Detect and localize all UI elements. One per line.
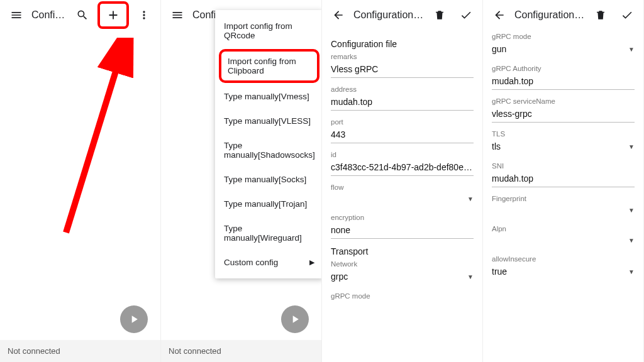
menu-item-shadowsocks[interactable]: Type manually[Shadowsocks] [215,133,322,167]
overflow-icon[interactable] [133,4,155,26]
page-title: Configuration file [353,9,425,21]
menu-item-custom[interactable]: Custom config ▶ [215,250,322,275]
menu-icon[interactable] [5,4,28,26]
screen-main-2: Confi Import config from QRcode Import c… [161,0,322,362]
sni-input[interactable]: mudah.top [492,171,635,187]
menu-item-socks[interactable]: Type manually[Socks] [215,167,322,192]
connect-fab[interactable] [281,305,309,333]
field-tls: TLS tls▼ [492,130,635,155]
back-icon[interactable] [488,4,511,26]
field-grpcmode: gRPC mode [331,292,474,300]
chevron-down-icon: ▼ [628,237,635,244]
menu-icon[interactable] [166,4,189,26]
network-select[interactable]: grpc▼ [331,269,474,285]
chevron-down-icon: ▼ [628,46,635,53]
screen-main-1: Configuration... Not connected [0,0,161,362]
save-icon[interactable] [455,4,477,26]
fingerprint-select[interactable]: ▼ [492,204,635,217]
tls-select[interactable]: tls▼ [492,139,635,155]
menu-item-wireguard[interactable]: Type manually[Wireguard] [215,216,322,250]
delete-icon[interactable] [428,4,451,26]
delete-icon[interactable] [589,4,612,26]
grpcservice-input[interactable]: vless-grpc [492,106,635,123]
chevron-down-icon: ▼ [628,268,635,275]
chevron-down-icon: ▼ [628,207,635,214]
search-icon[interactable] [71,4,94,26]
connect-fab[interactable] [120,305,148,333]
encryption-input[interactable]: none [331,222,474,239]
allowinsecure-select[interactable]: true▼ [492,264,635,280]
field-allowinsecure: allowInsecure true▼ [492,255,635,280]
alpn-select[interactable]: ▼ [492,234,635,248]
grpcmode-select[interactable]: gun▼ [492,41,635,57]
field-flow: flow ▼ [331,184,474,206]
page-title: Configuration file [514,9,586,21]
menu-item-qrcode[interactable]: Import config from QRcode [215,14,322,48]
menu-item-vmess[interactable]: Type manually[Vmess] [215,84,322,109]
flow-select[interactable]: ▼ [331,192,474,206]
field-sni: SNI mudah.top [492,162,635,187]
app-title: Configuration... [31,9,67,21]
screen-config-form-2: Configuration file gRPC mode gun▼ gRPC A… [483,0,644,362]
address-input[interactable]: mudah.top [331,94,474,111]
form-body: Configuration file remarks Vless gRPC ad… [322,30,482,362]
field-grpcmode: gRPC mode gun▼ [492,33,635,57]
chevron-down-icon: ▼ [467,273,474,280]
status-footer: Not connected [0,340,160,362]
grpcauth-input[interactable]: mudah.top [492,74,635,90]
svg-line-1 [66,43,125,233]
field-encryption: encryption none [331,214,474,239]
add-icon[interactable] [97,1,129,29]
field-remarks: remarks Vless gRPC [331,53,474,78]
menu-item-trojan[interactable]: Type manually[Trojan] [215,192,322,216]
chevron-down-icon: ▼ [467,195,474,202]
remarks-input[interactable]: Vless gRPC [331,62,474,78]
appbar: Configuration file [483,0,643,30]
field-address: address mudah.top [331,85,474,111]
save-icon[interactable] [616,4,638,26]
field-network: Network grpc▼ [331,260,474,285]
back-icon[interactable] [327,4,350,26]
annotation-arrow [44,38,138,239]
screen-config-form-1: Configuration file Configuration file re… [322,0,483,362]
section-transport: Transport [331,246,474,256]
field-alpn: Alpn ▼ [492,225,635,248]
appbar: Configuration... [0,0,160,30]
field-fingerprint: Fingerprint ▼ [492,195,635,217]
field-id: id c3f483cc-521d-4b97-ad2b-def80e1d758 [331,151,474,176]
chevron-down-icon: ▼ [628,143,635,150]
section-config: Configuration file [331,39,474,49]
chevron-right-icon: ▶ [309,258,314,266]
field-grpcservice: gRPC serviceName vless-grpc [492,97,635,123]
status-footer: Not connected [161,340,321,362]
menu-item-vless[interactable]: Type manually[VLESS] [215,109,322,133]
add-menu: Import config from QRcode Import config … [215,10,322,278]
id-input[interactable]: c3f483cc-521d-4b97-ad2b-def80e1d758 [331,160,474,176]
field-port: port 443 [331,118,474,143]
appbar: Configuration file [322,0,482,30]
form-body: gRPC mode gun▼ gRPC Authority mudah.top … [483,30,643,362]
port-input[interactable]: 443 [331,127,474,143]
menu-item-clipboard[interactable]: Import config from Clipboard [219,49,319,83]
field-grpcauth: gRPC Authority mudah.top [492,65,635,90]
